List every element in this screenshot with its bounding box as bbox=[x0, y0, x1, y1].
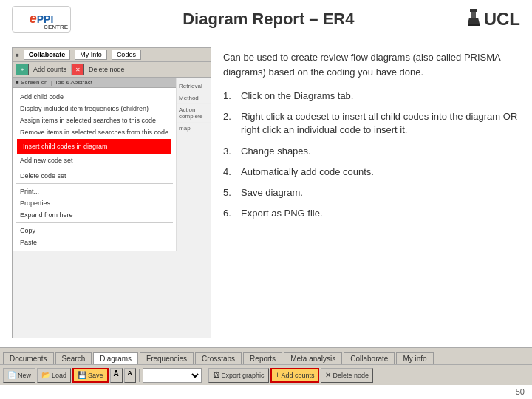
title-area: Diagram Report – ER4 bbox=[71, 10, 466, 29]
screen-tab-myinfo[interactable]: My Info bbox=[75, 50, 107, 60]
bottom-tabs: Documents Search Diagrams Frequencies Cr… bbox=[0, 348, 532, 364]
step-2: 2. Right click a codeset to insert all c… bbox=[223, 110, 520, 137]
header: ePPI CENTRE Diagram Report – ER4 UCL bbox=[0, 0, 532, 38]
svg-rect-1 bbox=[471, 12, 476, 18]
step-1: 1. Click on the Diagrams tab. bbox=[223, 89, 520, 103]
text-panel: Can be used to create review flow diagra… bbox=[223, 47, 520, 338]
toolbar-separator-2 bbox=[205, 369, 205, 382]
btn-addcounts[interactable]: + Add counts bbox=[270, 368, 320, 383]
btn-new-label: New bbox=[18, 372, 31, 379]
step-1-text: Click on the Diagrams tab. bbox=[241, 89, 353, 103]
btab-documents[interactable]: Documents bbox=[3, 352, 54, 364]
right-label-action: Action complete bbox=[177, 104, 211, 123]
screen-top-tabs: ■ Collaborate My Info Codes bbox=[13, 48, 211, 62]
addcounts-icon: + bbox=[276, 371, 280, 379]
btn-font-small[interactable]: A bbox=[124, 368, 136, 383]
menu-item-addcodeset[interactable]: Add new code set bbox=[16, 154, 173, 166]
btn-new[interactable]: 📄 New bbox=[3, 368, 35, 383]
screen-tab-collaborate[interactable]: Collaborate bbox=[24, 50, 71, 60]
btn-save-label: Save bbox=[88, 372, 103, 379]
screen-tab-codes[interactable]: Codes bbox=[112, 50, 141, 60]
btn-save[interactable]: 💾 Save bbox=[72, 368, 109, 383]
step-list: 1. Click on the Diagrams tab. 2. Right c… bbox=[223, 89, 520, 220]
svg-rect-0 bbox=[470, 9, 477, 12]
logo-e-letter: e bbox=[30, 11, 37, 27]
menu-separator-2 bbox=[16, 183, 173, 184]
bottom-area: Documents Search Diagrams Frequencies Cr… bbox=[0, 347, 532, 399]
btn-delete[interactable]: ✕ Delete node bbox=[321, 368, 373, 383]
menu-separator-1 bbox=[16, 168, 173, 168]
screen-delete-icon[interactable]: ✕ bbox=[71, 64, 84, 75]
main-content: ■ Collaborate My Info Codes + Add counts… bbox=[0, 38, 532, 347]
step-5: 5. Save diagram. bbox=[223, 186, 520, 200]
btab-reports[interactable]: Reports bbox=[243, 352, 282, 364]
toolbar-separator-1 bbox=[139, 369, 140, 382]
step-5-text: Save diagram. bbox=[241, 186, 303, 200]
logo-area: ePPI CENTRE bbox=[12, 6, 71, 33]
page-title: Diagram Report – ER4 bbox=[183, 10, 354, 28]
eppi-logo: ePPI CENTRE bbox=[12, 6, 71, 33]
menu-item-properties[interactable]: Properties... bbox=[16, 197, 173, 209]
bottom-toolbar: 📄 New 📂 Load 💾 Save A A 🖼 Export graphic… bbox=[0, 364, 532, 385]
btn-delete-label: Delete node bbox=[332, 372, 369, 379]
menu-separator-3 bbox=[16, 222, 173, 223]
menu-item-copy[interactable]: Copy bbox=[16, 225, 173, 236]
menu-item-assign[interactable]: Assign items in selected searches to thi… bbox=[16, 115, 173, 126]
step-3-num: 3. bbox=[223, 145, 238, 158]
screenshot-panel: ■ Collaborate My Info Codes + Add counts… bbox=[12, 47, 211, 338]
intro-text: Can be used to create review flow diagra… bbox=[223, 50, 520, 79]
btab-search[interactable]: Search bbox=[55, 352, 92, 364]
step-3: 3. Change shapes. bbox=[223, 145, 520, 158]
step-5-num: 5. bbox=[223, 186, 238, 200]
btn-load[interactable]: 📂 Load bbox=[37, 368, 71, 383]
btn-export-label: Export graphic bbox=[222, 372, 265, 379]
menu-item-expand[interactable]: Expand from here bbox=[16, 209, 173, 221]
btab-diagrams[interactable]: Diagrams bbox=[93, 352, 138, 364]
btab-meta[interactable]: Meta analysis bbox=[284, 352, 342, 364]
export-icon: 🖼 bbox=[213, 371, 220, 379]
step-1-num: 1. bbox=[223, 89, 238, 103]
menu-item-remove[interactable]: Remove items in selected searches from t… bbox=[16, 126, 173, 138]
svg-rect-3 bbox=[468, 24, 480, 26]
step-3-text: Change shapes. bbox=[241, 145, 311, 158]
step-4-num: 4. bbox=[223, 166, 238, 179]
right-label-method: Method bbox=[177, 92, 211, 104]
step-4-text: Automatically add code counts. bbox=[241, 166, 374, 179]
menu-item-paste[interactable]: Paste bbox=[16, 236, 173, 248]
screen-right-labels: Retrieval Method Action complete map bbox=[176, 78, 211, 251]
font-dropdown[interactable] bbox=[143, 368, 202, 383]
right-label-map: map bbox=[177, 123, 211, 134]
screen-tab-icon: ■ bbox=[16, 52, 19, 58]
menu-item-deletecodeset[interactable]: Delete code set bbox=[16, 170, 173, 182]
screen-inner: ■ Screen on | Ids & Abstract Add child c… bbox=[13, 78, 211, 251]
page-number: 50 bbox=[516, 387, 525, 396]
delete-icon: ✕ bbox=[325, 371, 331, 379]
btn-font-bold[interactable]: A bbox=[110, 368, 123, 383]
menu-item-addchild[interactable]: Add child code bbox=[16, 91, 173, 103]
right-label-retrieval: Retrieval bbox=[177, 81, 211, 92]
screen-delete-label: Delete node bbox=[86, 65, 127, 74]
screen-on-label: ■ Screen on | Ids & Abstract bbox=[13, 78, 176, 88]
svg-marker-2 bbox=[468, 18, 480, 24]
ucl-crest-icon bbox=[466, 9, 481, 30]
screen-add-icon[interactable]: + bbox=[16, 64, 29, 75]
screen-add-label: Add counts bbox=[31, 65, 69, 74]
step-4: 4. Automatically add code counts. bbox=[223, 166, 520, 179]
btab-frequencies[interactable]: Frequencies bbox=[140, 352, 194, 364]
logo-centre-text: CENTRE bbox=[44, 24, 68, 30]
step-6-num: 6. bbox=[223, 207, 238, 220]
btn-export[interactable]: 🖼 Export graphic bbox=[208, 368, 269, 383]
step-6-text: Export as PNG file. bbox=[241, 207, 323, 220]
menu-item-print[interactable]: Print... bbox=[16, 185, 173, 197]
step-2-num: 2. bbox=[223, 110, 238, 137]
btab-crosstabs[interactable]: Crosstabs bbox=[195, 352, 242, 364]
step-2-text: Right click a codeset to insert all chil… bbox=[241, 110, 520, 137]
ucl-logo: UCL bbox=[466, 9, 520, 30]
menu-item-display[interactable]: Display included item frequencies (child… bbox=[16, 103, 173, 115]
menu-item-insert-highlighted[interactable]: Insert child codes in diagram bbox=[17, 139, 171, 154]
btab-collaborate[interactable]: Collaborate bbox=[344, 352, 395, 364]
ucl-text: UCL bbox=[484, 9, 520, 30]
btab-myinfo[interactable]: My info bbox=[396, 352, 433, 364]
step-6: 6. Export as PNG file. bbox=[223, 207, 520, 220]
screen-menu-content: Add child code Display included item fre… bbox=[13, 88, 176, 251]
